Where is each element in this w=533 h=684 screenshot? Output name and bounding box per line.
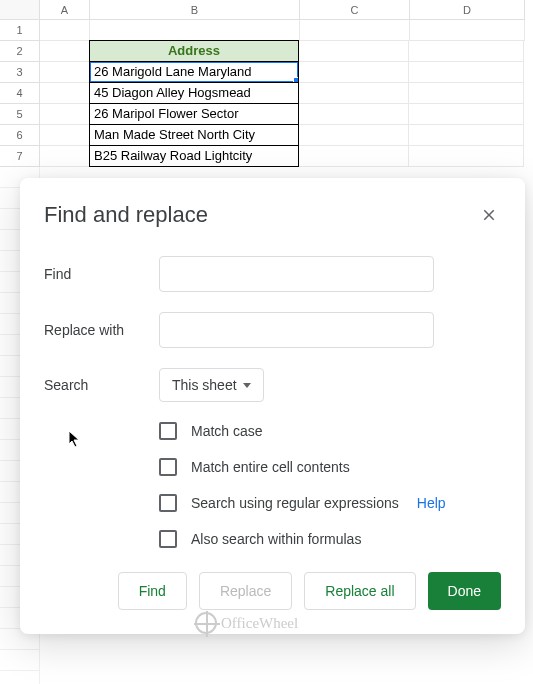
cell-a4[interactable]: [40, 83, 90, 104]
cell-b5[interactable]: 26 Maripol Flower Sector: [89, 103, 299, 125]
replace-label: Replace with: [44, 322, 159, 338]
dialog-title: Find and replace: [44, 202, 208, 228]
replace-all-button[interactable]: Replace all: [304, 572, 415, 610]
close-icon: [480, 206, 498, 224]
cell-a7[interactable]: [40, 146, 90, 167]
cell-b2-header[interactable]: Address: [89, 40, 299, 62]
find-replace-dialog: Find and replace Find Replace with Searc…: [20, 178, 525, 634]
cell-b3-selected[interactable]: 26 Marigold Lane Maryland: [89, 61, 299, 83]
search-label: Search: [44, 377, 159, 393]
cell-a3[interactable]: [40, 62, 90, 83]
row-header-4[interactable]: 4: [0, 83, 40, 104]
column-headers: A B C D: [0, 0, 533, 20]
chevron-down-icon: [243, 383, 251, 388]
cell-d2[interactable]: [409, 41, 524, 62]
match-case-checkbox[interactable]: [159, 422, 177, 440]
cell-c5[interactable]: [299, 104, 409, 125]
cell-d1[interactable]: [410, 20, 525, 41]
row-header-1[interactable]: 1: [0, 20, 40, 41]
entire-cell-checkbox[interactable]: [159, 458, 177, 476]
cell-b4[interactable]: 45 Diagon Alley Hogsmead: [89, 82, 299, 104]
done-button[interactable]: Done: [428, 572, 501, 610]
entire-cell-label: Match entire cell contents: [191, 459, 350, 475]
search-scope-dropdown[interactable]: This sheet: [159, 368, 264, 402]
cell-a2[interactable]: [40, 41, 90, 62]
cell-a5[interactable]: [40, 104, 90, 125]
row-header-7[interactable]: 7: [0, 146, 40, 167]
cell-c2[interactable]: [299, 41, 409, 62]
cell-b7[interactable]: B25 Railway Road Lightcity: [89, 145, 299, 167]
row-header-2[interactable]: 2: [0, 41, 40, 62]
cell-c3[interactable]: [299, 62, 409, 83]
cell-c6[interactable]: [299, 125, 409, 146]
replace-button[interactable]: Replace: [199, 572, 292, 610]
search-scope-value: This sheet: [172, 377, 237, 393]
cell-a6[interactable]: [40, 125, 90, 146]
cell-d5[interactable]: [409, 104, 524, 125]
cell-c4[interactable]: [299, 83, 409, 104]
select-all-corner[interactable]: [0, 0, 40, 20]
find-input[interactable]: [159, 256, 434, 292]
regex-checkbox[interactable]: [159, 494, 177, 512]
row-header-5[interactable]: 5: [0, 104, 40, 125]
col-header-a[interactable]: A: [40, 0, 90, 20]
cell-c7[interactable]: [299, 146, 409, 167]
find-button[interactable]: Find: [118, 572, 187, 610]
find-label: Find: [44, 266, 159, 282]
col-header-b[interactable]: B: [90, 0, 300, 20]
col-header-c[interactable]: C: [300, 0, 410, 20]
col-header-d[interactable]: D: [410, 0, 525, 20]
row-header-faded[interactable]: [0, 650, 40, 671]
row-header-3[interactable]: 3: [0, 62, 40, 83]
cell-b6[interactable]: Man Made Street North City: [89, 124, 299, 146]
row-header-faded[interactable]: [0, 671, 40, 684]
cell-d3[interactable]: [409, 62, 524, 83]
cell-a1[interactable]: [40, 20, 90, 41]
match-case-label: Match case: [191, 423, 263, 439]
formulas-label: Also search within formulas: [191, 531, 361, 547]
close-button[interactable]: [477, 203, 501, 227]
cell-c1[interactable]: [300, 20, 410, 41]
cell-d4[interactable]: [409, 83, 524, 104]
regex-label: Search using regular expressions: [191, 495, 399, 511]
formulas-checkbox[interactable]: [159, 530, 177, 548]
cell-b1[interactable]: [90, 20, 300, 41]
replace-input[interactable]: [159, 312, 434, 348]
help-link[interactable]: Help: [417, 495, 446, 511]
cell-d6[interactable]: [409, 125, 524, 146]
row-header-6[interactable]: 6: [0, 125, 40, 146]
cell-d7[interactable]: [409, 146, 524, 167]
